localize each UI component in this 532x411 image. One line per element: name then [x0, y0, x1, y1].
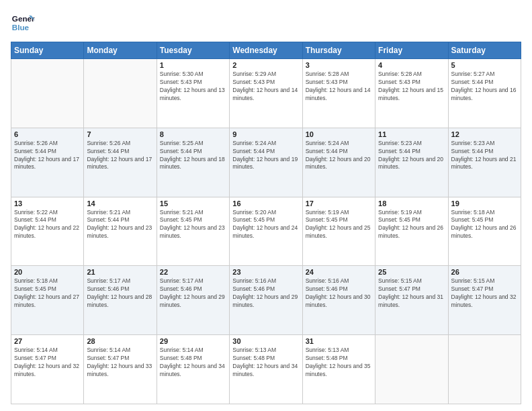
daylight-text: Daylight: 12 hours and 20 minutes. — [378, 156, 445, 172]
day-number: 30 — [232, 337, 299, 345]
calendar-cell: 7Sunrise: 5:26 AMSunset: 5:44 PMDaylight… — [84, 128, 157, 197]
sunset-text: Sunset: 5:48 PM — [232, 355, 299, 363]
sunrise-text: Sunrise: 5:29 AM — [232, 71, 299, 79]
sunset-text: Sunset: 5:45 PM — [232, 216, 299, 224]
sunset-text: Sunset: 5:45 PM — [378, 216, 445, 224]
daylight-text: Daylight: 12 hours and 19 minutes. — [232, 156, 299, 172]
day-number: 3 — [306, 61, 372, 69]
day-number: 17 — [306, 199, 372, 208]
header: General Blue — [11, 11, 521, 35]
daylight-text: Daylight: 12 hours and 16 minutes. — [451, 87, 518, 103]
daylight-text: Daylight: 12 hours and 30 minutes. — [306, 293, 372, 310]
calendar-cell: 18Sunrise: 5:19 AMSunset: 5:45 PMDayligh… — [375, 197, 448, 266]
calendar-cell: 14Sunrise: 5:21 AMSunset: 5:44 PMDayligh… — [84, 197, 157, 266]
day-info: Sunrise: 5:23 AMSunset: 5:44 PMDaylight:… — [378, 140, 445, 172]
daylight-text: Daylight: 12 hours and 23 minutes. — [87, 224, 153, 240]
day-info: Sunrise: 5:14 AMSunset: 5:48 PMDaylight:… — [160, 347, 226, 379]
sunrise-text: Sunrise: 5:18 AM — [451, 209, 518, 217]
page: General Blue SundayMondayTuesdayWednesda… — [0, 0, 532, 411]
day-number: 15 — [160, 199, 226, 208]
daylight-text: Daylight: 12 hours and 31 minutes. — [378, 293, 445, 310]
sunrise-text: Sunrise: 5:18 AM — [14, 277, 81, 285]
sunset-text: Sunset: 5:44 PM — [14, 216, 81, 224]
day-number: 6 — [14, 130, 81, 138]
daylight-text: Daylight: 12 hours and 13 minutes. — [160, 87, 226, 103]
day-number: 25 — [378, 268, 445, 276]
sunset-text: Sunset: 5:44 PM — [87, 216, 153, 224]
sunset-text: Sunset: 5:45 PM — [160, 216, 226, 224]
calendar-cell: 5Sunrise: 5:27 AMSunset: 5:44 PMDaylight… — [448, 59, 521, 128]
sunset-text: Sunset: 5:44 PM — [14, 148, 81, 156]
daylight-text: Daylight: 12 hours and 15 minutes. — [378, 87, 445, 103]
calendar-cell: 6Sunrise: 5:26 AMSunset: 5:44 PMDaylight… — [11, 128, 84, 197]
calendar-cell: 3Sunrise: 5:28 AMSunset: 5:43 PMDaylight… — [302, 59, 375, 128]
daylight-text: Daylight: 12 hours and 23 minutes. — [160, 224, 226, 240]
sunset-text: Sunset: 5:43 PM — [232, 79, 299, 87]
sunrise-text: Sunrise: 5:24 AM — [232, 140, 299, 148]
calendar-cell: 27Sunrise: 5:14 AMSunset: 5:47 PMDayligh… — [11, 335, 84, 404]
day-number: 24 — [306, 268, 372, 276]
sunset-text: Sunset: 5:47 PM — [87, 355, 153, 363]
day-info: Sunrise: 5:15 AMSunset: 5:47 PMDaylight:… — [451, 277, 518, 310]
day-number: 10 — [306, 130, 372, 138]
day-info: Sunrise: 5:16 AMSunset: 5:46 PMDaylight:… — [306, 277, 372, 310]
day-number: 23 — [232, 268, 299, 276]
sunrise-text: Sunrise: 5:26 AM — [87, 140, 153, 148]
day-info: Sunrise: 5:16 AMSunset: 5:46 PMDaylight:… — [232, 277, 299, 310]
calendar-cell: 30Sunrise: 5:13 AMSunset: 5:48 PMDayligh… — [230, 335, 302, 404]
sunset-text: Sunset: 5:47 PM — [378, 285, 445, 293]
daylight-text: Daylight: 12 hours and 17 minutes. — [87, 156, 153, 172]
calendar-cell: 4Sunrise: 5:28 AMSunset: 5:43 PMDaylight… — [375, 59, 448, 128]
day-info: Sunrise: 5:21 AMSunset: 5:45 PMDaylight:… — [160, 209, 226, 241]
day-info: Sunrise: 5:15 AMSunset: 5:47 PMDaylight:… — [378, 277, 445, 310]
calendar-cell: 31Sunrise: 5:13 AMSunset: 5:48 PMDayligh… — [302, 335, 375, 404]
day-info: Sunrise: 5:25 AMSunset: 5:44 PMDaylight:… — [160, 140, 226, 172]
day-number: 31 — [306, 337, 372, 345]
sunset-text: Sunset: 5:46 PM — [160, 285, 226, 293]
daylight-text: Daylight: 12 hours and 26 minutes. — [451, 224, 518, 240]
sunrise-text: Sunrise: 5:28 AM — [306, 71, 372, 79]
calendar-table: SundayMondayTuesdayWednesdayThursdayFrid… — [11, 42, 521, 404]
calendar-cell: 11Sunrise: 5:23 AMSunset: 5:44 PMDayligh… — [375, 128, 448, 197]
sunset-text: Sunset: 5:43 PM — [378, 79, 445, 87]
day-number: 4 — [378, 61, 445, 69]
sunrise-text: Sunrise: 5:27 AM — [451, 71, 518, 79]
calendar-week-row: 20Sunrise: 5:18 AMSunset: 5:45 PMDayligh… — [11, 266, 521, 335]
daylight-text: Daylight: 12 hours and 14 minutes. — [232, 87, 299, 103]
daylight-text: Daylight: 12 hours and 14 minutes. — [306, 87, 372, 103]
sunrise-text: Sunrise: 5:13 AM — [306, 347, 372, 355]
sunset-text: Sunset: 5:44 PM — [306, 148, 372, 156]
day-number: 28 — [87, 337, 153, 345]
sunrise-text: Sunrise: 5:15 AM — [378, 277, 445, 285]
daylight-text: Daylight: 12 hours and 18 minutes. — [160, 156, 226, 172]
sunset-text: Sunset: 5:44 PM — [160, 148, 226, 156]
day-info: Sunrise: 5:26 AMSunset: 5:44 PMDaylight:… — [14, 140, 81, 172]
sunrise-text: Sunrise: 5:14 AM — [160, 347, 226, 355]
sunset-text: Sunset: 5:44 PM — [87, 148, 153, 156]
daylight-text: Daylight: 12 hours and 27 minutes. — [14, 293, 81, 310]
daylight-text: Daylight: 12 hours and 25 minutes. — [306, 224, 372, 240]
svg-text:Blue: Blue — [12, 23, 30, 32]
calendar-cell: 22Sunrise: 5:17 AMSunset: 5:46 PMDayligh… — [157, 266, 229, 335]
daylight-text: Daylight: 12 hours and 34 minutes. — [160, 363, 226, 379]
calendar-week-row: 1Sunrise: 5:30 AMSunset: 5:43 PMDaylight… — [11, 59, 521, 128]
daylight-text: Daylight: 12 hours and 29 minutes. — [160, 293, 226, 310]
sunrise-text: Sunrise: 5:19 AM — [306, 209, 372, 217]
sunrise-text: Sunrise: 5:24 AM — [306, 140, 372, 148]
day-number: 29 — [160, 337, 226, 345]
sunrise-text: Sunrise: 5:23 AM — [451, 140, 518, 148]
calendar-cell: 1Sunrise: 5:30 AMSunset: 5:43 PMDaylight… — [157, 59, 229, 128]
daylight-text: Daylight: 12 hours and 32 minutes. — [14, 363, 81, 379]
sunrise-text: Sunrise: 5:16 AM — [306, 277, 372, 285]
day-info: Sunrise: 5:18 AMSunset: 5:45 PMDaylight:… — [14, 277, 81, 310]
calendar-week-row: 13Sunrise: 5:22 AMSunset: 5:44 PMDayligh… — [11, 197, 521, 266]
sunset-text: Sunset: 5:46 PM — [232, 285, 299, 293]
sunrise-text: Sunrise: 5:25 AM — [160, 140, 226, 148]
sunset-text: Sunset: 5:43 PM — [160, 79, 226, 87]
day-number: 26 — [451, 268, 518, 276]
calendar-cell — [448, 335, 521, 404]
calendar-cell — [84, 59, 157, 128]
sunrise-text: Sunrise: 5:22 AM — [14, 209, 81, 217]
day-info: Sunrise: 5:14 AMSunset: 5:47 PMDaylight:… — [14, 347, 81, 379]
day-number: 8 — [160, 130, 226, 138]
